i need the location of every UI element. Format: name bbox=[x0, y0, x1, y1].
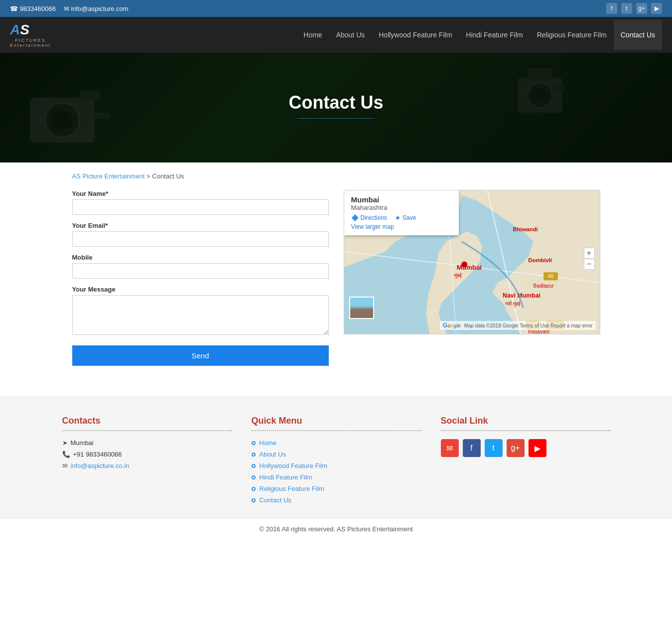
svg-text:Badlapur: Badlapur bbox=[533, 283, 554, 289]
twitter-social-icon[interactable]: t bbox=[485, 439, 503, 457]
directions-label: Directions bbox=[361, 214, 387, 221]
zoom-out-button[interactable]: − bbox=[584, 259, 595, 270]
svg-text:48: 48 bbox=[547, 274, 553, 279]
map-state: Maharashtra bbox=[351, 204, 452, 211]
footer-home-link[interactable]: Home bbox=[260, 439, 277, 447]
email-input[interactable] bbox=[72, 231, 329, 247]
view-larger-link[interactable]: View larger map bbox=[351, 223, 452, 230]
footer-quick-menu: Quick Menu Home About Us Hollywood Featu… bbox=[252, 416, 421, 508]
bottom-bar: © 2016 All rights reserved. AS Pictures … bbox=[0, 518, 672, 540]
camera-left-decoration bbox=[20, 63, 120, 162]
mobile-group: Mobile bbox=[72, 254, 329, 279]
email-item: ✉ info@aspicture.co.in bbox=[62, 462, 232, 469]
contact-form: Your Name* Your Email* Mobile Your Messa… bbox=[72, 190, 329, 366]
breadcrumb-home[interactable]: AS Picture Entertainment bbox=[72, 172, 145, 180]
svg-text:Dombivli: Dombivli bbox=[528, 257, 552, 263]
breadcrumb-separator: > bbox=[146, 172, 152, 180]
top-bar: ☎ 9833460066 ✉ info@aspicture.com f t g+… bbox=[0, 0, 672, 17]
youtube-top-icon[interactable]: ▶ bbox=[651, 3, 662, 14]
svg-point-2 bbox=[52, 110, 72, 130]
footer-phone: +91 9833460066 bbox=[73, 451, 122, 458]
nav-hindi[interactable]: Hindi Feature Film bbox=[459, 20, 530, 50]
street-view-thumb[interactable] bbox=[349, 297, 374, 319]
map-area: Bhiwandi Dombivli Badlapur Mumbai मुंबई … bbox=[344, 190, 600, 334]
email-address: info@aspicture.com bbox=[71, 5, 129, 12]
youtube-social-icon[interactable]: ▶ bbox=[529, 439, 546, 457]
name-label: Your Name* bbox=[72, 190, 329, 197]
email-social-icon[interactable]: ✉ bbox=[441, 439, 459, 457]
footer: Contacts ➤ Mumbai 📞 +91 9833460066 ✉ inf… bbox=[0, 396, 672, 518]
map-data-credit: Map data ©2018 Google Terms of Use Repor… bbox=[464, 323, 593, 328]
svg-text:Bhiwandi: Bhiwandi bbox=[513, 226, 538, 232]
svg-text:मुंबई: मुंबई bbox=[453, 273, 461, 279]
directions-btn[interactable]: 🔷 Directions bbox=[351, 214, 387, 221]
hero-content: Contact Us bbox=[288, 92, 383, 124]
quickmenu-divider bbox=[252, 430, 421, 431]
menu-dot bbox=[252, 464, 256, 468]
footer-phone-icon: 📞 bbox=[62, 451, 70, 458]
zoom-in-button[interactable]: + bbox=[584, 248, 595, 259]
footer-contacts: Contacts ➤ Mumbai 📞 +91 9833460066 ✉ inf… bbox=[62, 416, 232, 508]
contacts-title: Contacts bbox=[62, 416, 232, 426]
footer-email-icon: ✉ bbox=[62, 462, 68, 469]
nav-contact[interactable]: Contact Us bbox=[614, 20, 662, 50]
svg-text:Mumbai: Mumbai bbox=[456, 264, 481, 271]
save-btn[interactable]: ★ Save bbox=[395, 214, 416, 221]
nav-bar: AS PICTURESEntertainment Home About Us H… bbox=[0, 17, 672, 53]
footer-menu-religious: Religious Feature Film bbox=[252, 485, 421, 492]
facebook-social-icon[interactable]: f bbox=[463, 439, 481, 457]
logo[interactable]: AS PICTURESEntertainment bbox=[10, 17, 51, 53]
footer-menu-about: About Us bbox=[252, 451, 421, 458]
footer-hindi-link[interactable]: Hindi Feature Film bbox=[260, 473, 312, 481]
menu-dot bbox=[252, 453, 256, 457]
svg-rect-8 bbox=[528, 68, 552, 79]
mobile-input[interactable] bbox=[72, 263, 329, 279]
svg-point-7 bbox=[533, 88, 547, 102]
nav-about[interactable]: About Us bbox=[329, 20, 372, 50]
nav-hollywood[interactable]: Hollywood Feature Film bbox=[372, 20, 459, 50]
send-button[interactable]: Send bbox=[72, 345, 329, 366]
nav-religious[interactable]: Religious Feature Film bbox=[530, 20, 614, 50]
footer-menu-contact: Contact Us bbox=[252, 496, 421, 504]
hero-section: Contact Us bbox=[0, 53, 672, 162]
map-info-box: Mumbai Maharashtra 🔷 Directions ★ Save V… bbox=[344, 190, 459, 235]
social-icons-top: f t g+ ▶ bbox=[606, 3, 662, 14]
contact-layout: Your Name* Your Email* Mobile Your Messa… bbox=[72, 190, 600, 366]
map-city: Mumbai bbox=[351, 195, 452, 204]
svg-point-22 bbox=[461, 262, 467, 268]
svg-rect-4 bbox=[95, 113, 110, 119]
logo-text: AS bbox=[10, 22, 51, 38]
location-item: ➤ Mumbai bbox=[62, 439, 232, 447]
menu-dot bbox=[252, 498, 256, 502]
message-textarea[interactable] bbox=[72, 295, 329, 335]
footer-hollywood-link[interactable]: Hollywood Feature Film bbox=[260, 462, 328, 469]
map-credit: Google Map data ©2018 Google Terms of Us… bbox=[440, 321, 596, 330]
nav-home[interactable]: Home bbox=[296, 20, 329, 50]
menu-dot bbox=[252, 441, 256, 445]
camera-right-decoration bbox=[513, 58, 572, 133]
email-group: Your Email* bbox=[72, 222, 329, 247]
googleplus-social-icon[interactable]: g+ bbox=[507, 439, 525, 457]
name-input[interactable] bbox=[72, 199, 329, 215]
svg-rect-9 bbox=[552, 85, 565, 90]
contacts-divider bbox=[62, 430, 232, 431]
footer-email-link[interactable]: info@aspicture.co.in bbox=[71, 462, 130, 469]
menu-dot bbox=[252, 487, 256, 491]
svg-rect-3 bbox=[80, 90, 100, 100]
footer-religious-link[interactable]: Religious Feature Film bbox=[260, 485, 324, 492]
hero-title: Contact Us bbox=[288, 92, 383, 113]
breadcrumb: AS Picture Entertainment > Contact Us bbox=[72, 172, 600, 180]
footer-menu-hollywood: Hollywood Feature Film bbox=[252, 462, 421, 469]
menu-dot bbox=[252, 475, 256, 479]
main-nav: Home About Us Hollywood Feature Film Hin… bbox=[296, 20, 662, 50]
twitter-top-icon[interactable]: t bbox=[621, 3, 632, 14]
email-icon: ✉ bbox=[64, 5, 69, 12]
footer-about-link[interactable]: About Us bbox=[260, 451, 286, 458]
footer-contact-link[interactable]: Contact Us bbox=[260, 496, 291, 504]
message-label: Your Message bbox=[72, 286, 329, 293]
main-content: AS Picture Entertainment > Contact Us Yo… bbox=[62, 162, 610, 376]
googleplus-top-icon[interactable]: g+ bbox=[636, 3, 647, 14]
facebook-top-icon[interactable]: f bbox=[606, 3, 617, 14]
footer-menu-hindi: Hindi Feature Film bbox=[252, 473, 421, 481]
social-icons-footer: ✉ f t g+ ▶ bbox=[441, 439, 610, 457]
